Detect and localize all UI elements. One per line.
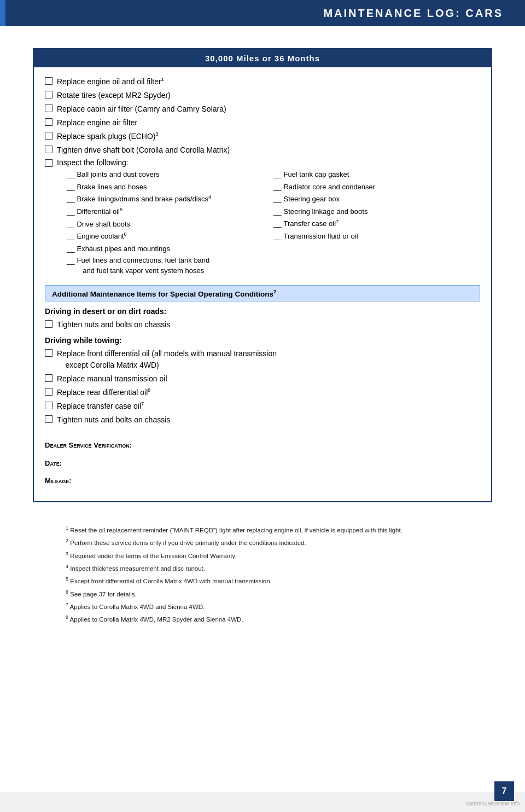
- footnote-2: 2 Perform these service items only if yo…: [66, 537, 459, 548]
- list-item[interactable]: Replace engine oil and oil filter1: [45, 76, 480, 88]
- main-content: 30,000 Miles or 36 Months Replace engine…: [0, 26, 525, 792]
- checkbox-5[interactable]: [45, 132, 52, 140]
- list-item[interactable]: Replace rear differential oil8: [45, 387, 480, 398]
- footnote-6: 6 See page 37 for details.: [66, 588, 459, 600]
- checkbox-inspect[interactable]: [45, 159, 52, 167]
- list-item[interactable]: Tighten nuts and bolts on chassis: [45, 319, 480, 330]
- list-item: __ Transmission fluid or oil: [273, 231, 480, 242]
- footnote-8: 8 Applies to Corolla Matrix 4WD, MR2 Spy…: [66, 613, 459, 625]
- footnote-7: 7 Applies to Corolla Matrix 4WD and Sien…: [66, 601, 459, 612]
- card-body: Replace engine oil and oil filter1 Rotat…: [34, 67, 491, 501]
- date-label: Date:: [45, 455, 480, 473]
- page-title: Maintenance Log: Cars: [323, 7, 503, 20]
- inspect-label: Inspect the following:: [45, 158, 480, 167]
- driving-towing-header: Driving while towing:: [45, 336, 480, 345]
- list-item[interactable]: Replace transfer case oil7: [45, 401, 480, 412]
- header-accent: [0, 0, 5, 26]
- list-item: __ Brake lines and hoses: [67, 182, 273, 193]
- checkbox-towing-3[interactable]: [45, 388, 52, 396]
- list-item: __ Radiator core and condenser: [273, 182, 480, 193]
- footnote-1: 1 Reset the oil replacement reminder (“M…: [66, 524, 459, 536]
- checkbox-towing-4[interactable]: [45, 402, 52, 409]
- checkbox-3[interactable]: [45, 105, 52, 112]
- header-bar: Maintenance Log: Cars: [0, 0, 525, 26]
- list-item[interactable]: Rotate tires (except MR2 Spyder): [45, 90, 480, 101]
- footnote-4: 4 Inspect thickness measurement and disc…: [66, 562, 459, 574]
- dealer-label: Dealer Service Verification:: [45, 437, 480, 455]
- checkbox-towing-5[interactable]: [45, 415, 52, 423]
- list-item: __ Ball joints and dust covers: [67, 169, 273, 180]
- list-item: __ Exhaust pipes and mountings: [67, 243, 273, 254]
- footnote-3: 3 Required under the terms of the Emissi…: [66, 550, 459, 561]
- list-item: __ Transfer case oil7: [273, 218, 480, 229]
- inspect-col-left: __ Ball joints and dust covers __ Brake …: [67, 169, 273, 277]
- checkbox-1[interactable]: [45, 77, 52, 85]
- page-number: 7: [494, 781, 514, 801]
- checkbox-towing-1[interactable]: [45, 349, 52, 357]
- footnotes-section: 1 Reset the oil replacement reminder (“M…: [33, 519, 492, 625]
- driving-desert-header: Driving in desert or on dirt roads:: [45, 307, 480, 316]
- list-item: __ Steering gear box: [273, 194, 480, 205]
- list-item: __ Brake linings/drums and brake pads/di…: [67, 194, 273, 205]
- watermark: carmanualsonline.info: [466, 801, 520, 807]
- mileage-label: Mileage:: [45, 472, 480, 490]
- list-item[interactable]: Replace spark plugs (ECHO)3: [45, 131, 480, 142]
- list-item[interactable]: Replace manual transmission oil: [45, 373, 480, 385]
- list-item: __ Differential oil5: [67, 206, 273, 217]
- inspect-grid: __ Ball joints and dust covers __ Brake …: [67, 169, 480, 277]
- checkbox-towing-2[interactable]: [45, 374, 52, 382]
- list-item: __ Fuel lines and connections, fuel tank…: [67, 256, 273, 275]
- additional-maintenance-box: Additional Maintenance Items for Special…: [45, 285, 480, 302]
- list-item: __ Engine coolant6: [67, 231, 273, 242]
- list-item: __ Drive shaft boots: [67, 219, 273, 230]
- footnote-5: 5 Except front differential of Corolla M…: [66, 575, 459, 587]
- checkbox-2[interactable]: [45, 91, 52, 98]
- dealer-section: Dealer Service Verification: Date: Milea…: [45, 437, 480, 490]
- checkbox-desert-1[interactable]: [45, 320, 52, 328]
- inspect-col-right: __ Fuel tank cap gasket __ Radiator core…: [273, 169, 480, 277]
- section-header: 30,000 Miles or 36 Months: [34, 49, 491, 67]
- checkbox-6[interactable]: [45, 146, 52, 153]
- list-item[interactable]: Tighten nuts and bolts on chassis: [45, 414, 480, 426]
- list-item[interactable]: Replace cabin air filter (Camry and Camr…: [45, 103, 480, 115]
- list-item: __ Steering linkage and boots: [273, 206, 480, 217]
- checkbox-4[interactable]: [45, 118, 52, 126]
- list-item: __ Fuel tank cap gasket: [273, 169, 480, 180]
- maintenance-card: 30,000 Miles or 36 Months Replace engine…: [33, 48, 492, 502]
- list-item[interactable]: Replace front differential oil (all mode…: [45, 348, 480, 371]
- list-item[interactable]: Tighten drive shaft bolt (Corolla and Co…: [45, 144, 480, 156]
- list-item[interactable]: Replace engine air filter: [45, 117, 480, 129]
